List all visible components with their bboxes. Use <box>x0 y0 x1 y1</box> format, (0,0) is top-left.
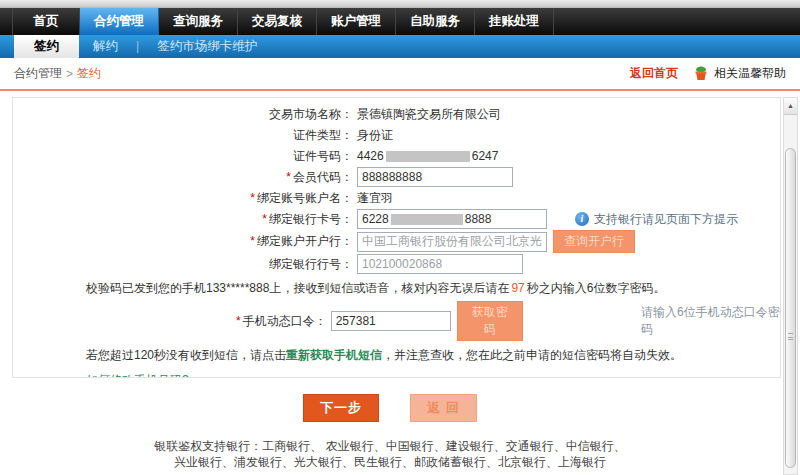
plant-pot-icon <box>694 66 708 81</box>
countdown-seconds: 97 <box>509 281 526 295</box>
supported-banks-line2: 兴业银行、浦发银行、光大银行、民生银行、邮政储蓄银行、北京银行、上海银行 <box>0 454 780 470</box>
form-row-member-code: *会员代码： <box>13 167 780 187</box>
nav-tab-query-service[interactable]: 查询服务 <box>159 8 238 35</box>
cert-no-masked-block <box>386 151 470 162</box>
change-phone-row: 如何修改手机号码? <box>13 372 780 378</box>
form-row-otp: *手机动态口令： 获取密码 请输入6位手机动态口令密码 <box>13 301 780 341</box>
form-row-bank-branch: *绑定账户开户行： 查询开户行 <box>13 230 780 253</box>
nav-tab-account-mgmt[interactable]: 账户管理 <box>317 8 396 35</box>
nav-tab-home[interactable]: 首页 <box>12 8 80 35</box>
form-row-bank-no: 绑定银行行号： <box>13 254 780 274</box>
form-row-market-name: 交易市场名称： 景德镇陶瓷交易所有限公司 <box>13 104 780 124</box>
query-bank-branch-button[interactable]: 查询开户行 <box>553 230 635 253</box>
breadcrumb-row: 合约管理 > 签约 返回首页 相关温馨帮助 <box>0 58 800 89</box>
scrollbar-thumb[interactable] <box>785 148 796 468</box>
cert-type-value: 身份证 <box>357 127 393 144</box>
change-phone-link[interactable]: 如何修改手机号码? <box>86 373 189 378</box>
supported-banks-footer: 银联鉴权支持银行：工商银行、 农业银行、中国银行、建设银行、交通银行、中信银行、… <box>0 438 780 470</box>
sub-navbar: 签约 解约 | 签约市场绑卡维护 <box>0 35 800 58</box>
warm-help-link[interactable]: 相关温馨帮助 <box>714 65 786 82</box>
cert-no-value: 44266247 <box>357 149 498 163</box>
card-no-label: *绑定银行卡号： <box>13 211 353 228</box>
card-no-input[interactable]: 62288888 <box>357 209 547 229</box>
nav-tab-trade-review[interactable]: 交易复核 <box>238 8 317 35</box>
subtab-cancel[interactable]: 解约 <box>79 35 132 58</box>
market-name-label: 交易市场名称： <box>13 106 353 123</box>
main-navbar: 首页 合约管理 查询服务 交易复核 账户管理 自助服务 挂账处理 <box>0 8 800 35</box>
orange-divider <box>0 89 800 91</box>
resend-sms-link[interactable]: 重新获取手机短信 <box>286 347 382 364</box>
subnav-separator: | <box>132 35 143 58</box>
action-buttons-row: 下一步 返 回 <box>0 394 780 422</box>
bank-no-input[interactable] <box>357 254 523 274</box>
nav-tab-contract-mgmt[interactable]: 合约管理 <box>80 8 159 35</box>
bank-branch-input[interactable] <box>357 232 547 252</box>
breadcrumb-section[interactable]: 合约管理 <box>14 65 62 82</box>
bank-no-label: 绑定银行行号： <box>13 256 353 273</box>
next-step-button[interactable]: 下一步 <box>303 394 379 422</box>
scrollbar-up-arrow[interactable]: ▲ <box>784 98 797 115</box>
window-top-strip <box>0 0 800 8</box>
info-icon: i <box>575 212 589 226</box>
sms-sent-notice: 校验码已发到您的手机133*****888上，接收到短信或语音，核对内容无误后请… <box>13 277 780 299</box>
form-row-card-no: *绑定银行卡号： 62288888 i 支持银行请见页面下方提示 <box>13 209 780 229</box>
account-name-value: 蓬宜羽 <box>357 190 393 207</box>
get-password-button[interactable]: 获取密码 <box>457 301 523 341</box>
member-code-label: *会员代码： <box>13 169 353 186</box>
nav-tab-pending-account[interactable]: 挂账处理 <box>475 8 554 35</box>
breadcrumb-separator: > <box>62 67 77 81</box>
vertical-scrollbar[interactable]: ▲ <box>783 97 798 475</box>
back-home-link[interactable]: 返回首页 <box>630 65 678 82</box>
form-row-account-name: *绑定账号账户名： 蓬宜羽 <box>13 188 780 208</box>
sign-form-panel: 交易市场名称： 景德镇陶瓷交易所有限公司 证件类型： 身份证 证件号码： 442… <box>12 97 781 378</box>
subtab-sign[interactable]: 签约 <box>14 35 79 58</box>
breadcrumb-current: 签约 <box>77 65 101 82</box>
scrollbar-grip <box>788 333 793 340</box>
otp-label: *手机动态口令： <box>13 313 327 330</box>
supported-banks-line1: 银联鉴权支持银行：工商银行、 农业银行、中国银行、建设银行、交通银行、中信银行、 <box>0 438 780 454</box>
form-row-cert-type: 证件类型： 身份证 <box>13 125 780 145</box>
resend-sms-notice: 若您超过120秒没有收到短信，请点击重新获取手机短信，并注意查收，您在此之前申请… <box>13 344 780 366</box>
cert-no-label: 证件号码： <box>13 148 353 165</box>
card-no-masked-block <box>391 214 463 225</box>
otp-hint-text: 请输入6位手机动态口令密码 <box>641 304 780 338</box>
nav-tab-self-service[interactable]: 自助服务 <box>396 8 475 35</box>
supported-banks-tip: i 支持银行请见页面下方提示 <box>575 211 738 228</box>
bank-branch-label: *绑定账户开户行： <box>13 233 353 250</box>
account-name-label: *绑定账号账户名： <box>13 190 353 207</box>
form-row-cert-no: 证件号码： 44266247 <box>13 146 780 166</box>
back-button[interactable]: 返 回 <box>410 394 477 422</box>
market-name-value: 景德镇陶瓷交易所有限公司 <box>357 106 501 123</box>
otp-input[interactable] <box>331 311 451 331</box>
subtab-market-card-maintain[interactable]: 签约市场绑卡维护 <box>143 35 271 58</box>
member-code-input[interactable] <box>357 167 513 187</box>
supported-banks-tip-text: 支持银行请见页面下方提示 <box>594 211 738 228</box>
cert-type-label: 证件类型： <box>13 127 353 144</box>
